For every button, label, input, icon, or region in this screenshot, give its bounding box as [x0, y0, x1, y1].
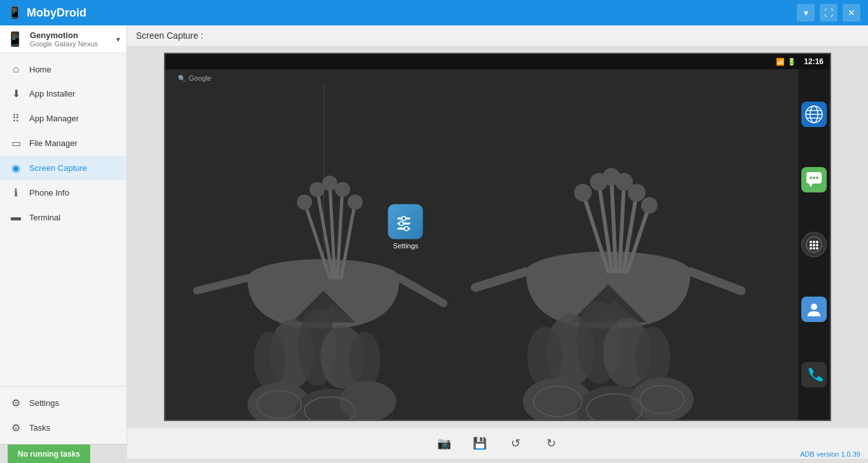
svg-point-78	[816, 244, 818, 246]
svg-line-27	[691, 272, 742, 291]
svg-point-58	[400, 222, 403, 225]
maximize-button[interactable]: ⛶	[820, 4, 837, 22]
screen-capture-header: Screen Capture :	[127, 25, 868, 46]
title-bar-left: 📱 MobyDroid	[8, 6, 86, 20]
phone-display-area: 📶 🔋 12:16 🔍 Google	[127, 46, 868, 427]
svg-line-26	[475, 272, 526, 288]
svg-point-19	[349, 332, 381, 389]
svg-point-74	[813, 241, 815, 243]
sidebar-item-home[interactable]: ⌂ Home	[0, 57, 126, 81]
sidebar-item-settings[interactable]: ⚙ Settings	[0, 391, 126, 415]
dock-contacts-icon[interactable]	[801, 297, 827, 322]
settings-app-label: Settings	[393, 242, 419, 250]
app-manager-icon: ⠿	[10, 112, 22, 124]
settings-app-wrapper[interactable]: Settings	[388, 205, 423, 250]
title-bar-controls: ▾ ⛶ ✕	[797, 4, 860, 22]
minimize-button[interactable]: ▾	[797, 4, 815, 22]
svg-point-79	[810, 247, 812, 250]
svg-point-70	[816, 177, 818, 179]
svg-point-81	[816, 247, 818, 250]
sidebar-bottom: ⚙ Settings ⚙ Tasks	[0, 386, 126, 444]
sidebar-item-file-manager-label: File Manager	[29, 138, 78, 148]
rotate-left-button[interactable]: ↺	[505, 433, 526, 453]
dock-phone-icon[interactable]	[801, 362, 827, 387]
svg-point-73	[810, 241, 812, 243]
home-icon: ⌂	[10, 64, 22, 75]
sidebar-item-terminal-label: Terminal	[29, 213, 60, 222]
svg-line-2	[400, 278, 444, 304]
title-bar: 📱 MobyDroid ▾ ⛶ ✕	[0, 0, 868, 25]
close-button[interactable]: ✕	[843, 4, 860, 22]
android-right-dock	[798, 69, 830, 420]
main-layout: 📱 Genymotion Google Galaxy Nexus ▾ ⌂ Hom…	[0, 25, 868, 444]
svg-point-38	[628, 184, 646, 201]
wifi-icon: 📶	[776, 58, 785, 66]
nav-items: ⌂ Home ⬇ App Installer ⠿ App Manager ▭ F…	[0, 53, 126, 386]
svg-point-34	[574, 184, 592, 201]
rotate-right-button[interactable]: ↻	[541, 433, 561, 453]
terminal-icon: ▬	[10, 211, 22, 223]
app-title: MobyDroid	[27, 6, 86, 20]
android-status-bar: 📶 🔋 12:16	[165, 54, 830, 69]
screen-capture-icon: ◉	[10, 162, 22, 174]
device-model: Google Galaxy Nexus	[30, 40, 110, 48]
svg-point-11	[335, 182, 350, 197]
sidebar-item-app-installer[interactable]: ⬇ App Installer	[0, 81, 126, 106]
sidebar-item-terminal[interactable]: ▬ Terminal	[0, 205, 126, 229]
app-installer-icon: ⬇	[10, 88, 22, 100]
campfire-illustration	[165, 88, 798, 420]
svg-marker-71	[809, 184, 813, 187]
phone-info-icon: ℹ	[10, 187, 22, 199]
svg-point-75	[816, 241, 818, 243]
bottom-controls: 📷 💾 ↺ ↻	[127, 427, 868, 459]
screen-capture-title: Screen Capture :	[136, 30, 203, 41]
svg-point-69	[813, 177, 815, 179]
sidebar-item-home-label: Home	[29, 65, 51, 74]
app-icon: 📱	[8, 6, 22, 20]
device-name: Genymotion	[30, 30, 110, 40]
google-text: Google	[189, 74, 211, 82]
device-dropdown-button[interactable]: ▾	[116, 35, 120, 44]
dock-apps-icon[interactable]	[801, 232, 827, 257]
sidebar-item-screen-capture-label: Screen Capture	[29, 163, 87, 173]
search-icon: 🔍	[178, 75, 186, 82]
device-header: 📱 Genymotion Google Galaxy Nexus ▾	[0, 25, 126, 53]
dock-chat-icon[interactable]	[801, 167, 827, 192]
sidebar-item-app-manager[interactable]: ⠿ App Manager	[0, 106, 126, 131]
svg-point-80	[813, 247, 815, 250]
svg-point-18	[254, 332, 285, 389]
svg-point-39	[641, 197, 658, 213]
camera-button[interactable]: 📷	[434, 433, 454, 453]
save-button[interactable]: 💾	[470, 433, 490, 453]
svg-line-1	[197, 278, 248, 291]
sidebar-item-phone-info[interactable]: ℹ Phone Info	[0, 180, 126, 205]
svg-point-55	[402, 217, 405, 220]
no-tasks-indicator: No running tasks	[8, 445, 90, 464]
svg-point-76	[810, 244, 812, 246]
sidebar-item-tasks[interactable]: ⚙ Tasks	[0, 415, 126, 440]
file-manager-icon: ▭	[10, 137, 22, 149]
dock-browser-icon[interactable]	[801, 102, 827, 127]
android-screen-content: 🔍 Google	[165, 69, 798, 420]
sidebar-item-phone-info-label: Phone Info	[29, 188, 69, 198]
sidebar-item-settings-label: Settings	[29, 398, 59, 408]
svg-point-68	[810, 177, 812, 179]
status-time: 12:16	[804, 57, 824, 66]
sidebar: 📱 Genymotion Google Galaxy Nexus ▾ ⌂ Hom…	[0, 25, 127, 444]
phone-frame: 📶 🔋 12:16 🔍 Google	[164, 53, 831, 421]
adb-version-label: ADB version 1.0.39	[800, 450, 860, 458]
battery-icon: 🔋	[787, 58, 796, 66]
device-phone-icon: 📱	[6, 31, 24, 48]
tasks-icon: ⚙	[10, 422, 22, 434]
sidebar-item-app-manager-label: App Manager	[29, 114, 79, 123]
sidebar-item-screen-capture[interactable]: ◉ Screen Capture	[0, 156, 126, 180]
svg-point-12	[348, 194, 363, 210]
sidebar-item-file-manager[interactable]: ▭ File Manager	[0, 131, 126, 156]
google-search-bar[interactable]: 🔍 Google	[178, 74, 211, 82]
svg-point-77	[813, 244, 815, 246]
main-area: Screen Capture : 📶 🔋 12:16	[127, 25, 868, 444]
sidebar-item-tasks-label: Tasks	[29, 423, 50, 433]
device-info: Genymotion Google Galaxy Nexus	[30, 30, 110, 48]
svg-point-8	[297, 194, 312, 210]
svg-point-83	[811, 304, 817, 310]
